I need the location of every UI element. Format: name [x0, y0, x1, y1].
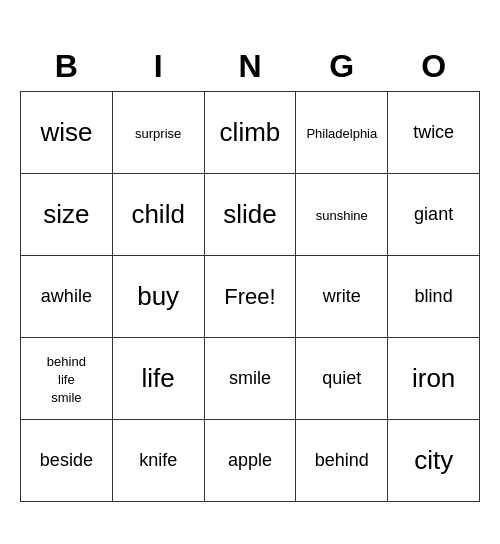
cell-text-1-1: child [131, 199, 184, 229]
cell-text-0-0: wise [40, 117, 92, 147]
bingo-cell-4-3: behind [296, 420, 388, 502]
cell-text-3-0: behindlifesmile [47, 354, 86, 405]
cell-text-0-4: twice [413, 122, 454, 142]
cell-text-4-4: city [414, 445, 453, 475]
cell-text-2-4: blind [415, 286, 453, 306]
bingo-cell-1-2: slide [204, 174, 296, 256]
bingo-row-2: awhilebuyFree!writeblind [21, 256, 480, 338]
cell-text-3-4: iron [412, 363, 455, 393]
bingo-header-O: O [388, 42, 480, 92]
cell-text-0-2: climb [220, 117, 281, 147]
bingo-card: BINGO wisesurpriseclimbPhiladelphiatwice… [20, 42, 480, 503]
bingo-cell-4-1: knife [112, 420, 204, 502]
bingo-cell-3-1: life [112, 338, 204, 420]
bingo-cell-2-0: awhile [21, 256, 113, 338]
bingo-cell-0-0: wise [21, 92, 113, 174]
cell-text-4-1: knife [139, 450, 177, 470]
cell-text-4-0: beside [40, 450, 93, 470]
cell-text-0-1: surprise [135, 126, 181, 141]
cell-text-2-1: buy [137, 281, 179, 311]
bingo-cell-1-4: giant [388, 174, 480, 256]
bingo-cell-3-3: quiet [296, 338, 388, 420]
cell-text-4-2: apple [228, 450, 272, 470]
bingo-cell-1-3: sunshine [296, 174, 388, 256]
cell-text-1-3: sunshine [316, 208, 368, 223]
bingo-cell-0-1: surprise [112, 92, 204, 174]
cell-text-3-1: life [142, 363, 175, 393]
cell-text-1-2: slide [223, 199, 276, 229]
bingo-cell-0-4: twice [388, 92, 480, 174]
bingo-header-N: N [204, 42, 296, 92]
cell-text-3-3: quiet [322, 368, 361, 388]
cell-text-1-0: size [43, 199, 89, 229]
bingo-row-0: wisesurpriseclimbPhiladelphiatwice [21, 92, 480, 174]
bingo-row-4: besideknifeapplebehindcity [21, 420, 480, 502]
bingo-cell-0-3: Philadelphia [296, 92, 388, 174]
bingo-cell-4-0: beside [21, 420, 113, 502]
bingo-cell-2-3: write [296, 256, 388, 338]
bingo-cell-2-2: Free! [204, 256, 296, 338]
cell-text-1-4: giant [414, 204, 453, 224]
bingo-row-3: behindlifesmilelifesmilequietiron [21, 338, 480, 420]
bingo-cell-0-2: climb [204, 92, 296, 174]
bingo-cell-1-1: child [112, 174, 204, 256]
bingo-cell-3-2: smile [204, 338, 296, 420]
bingo-cell-3-4: iron [388, 338, 480, 420]
bingo-cell-3-0: behindlifesmile [21, 338, 113, 420]
bingo-cell-2-4: blind [388, 256, 480, 338]
bingo-cell-4-2: apple [204, 420, 296, 502]
bingo-header-G: G [296, 42, 388, 92]
cell-text-3-2: smile [229, 368, 271, 388]
bingo-header-B: B [21, 42, 113, 92]
bingo-row-1: sizechildslidesunshinegiant [21, 174, 480, 256]
bingo-header-I: I [112, 42, 204, 92]
bingo-cell-1-0: size [21, 174, 113, 256]
cell-text-4-3: behind [315, 450, 369, 470]
cell-text-2-0: awhile [41, 286, 92, 306]
bingo-cell-2-1: buy [112, 256, 204, 338]
cell-text-2-2: Free! [224, 284, 275, 309]
cell-text-2-3: write [323, 286, 361, 306]
cell-text-0-3: Philadelphia [306, 126, 377, 141]
bingo-cell-4-4: city [388, 420, 480, 502]
